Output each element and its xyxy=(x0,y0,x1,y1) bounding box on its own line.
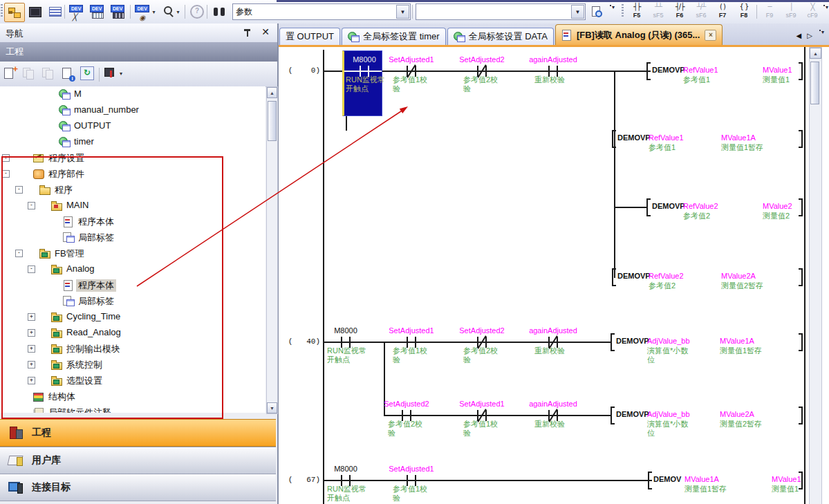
tab-global-label-output[interactable]: 置 OUTPUT xyxy=(279,28,340,45)
ladder-closed-branch-button[interactable]: ┴/┴sF6 xyxy=(691,2,711,21)
copy-icon[interactable] xyxy=(22,66,37,80)
tab-menu-icon[interactable]: ▾ xyxy=(818,29,828,41)
expand-icon[interactable]: + xyxy=(28,313,35,321)
tree-item[interactable]: +控制输出模块 xyxy=(0,341,266,357)
sort-dropdown-icon[interactable] xyxy=(104,66,119,80)
ladder-open-contact-button[interactable]: ┤├F5 xyxy=(626,2,647,21)
tree-item[interactable]: -程序 xyxy=(0,182,266,198)
output-left-bracket[interactable] xyxy=(648,472,652,489)
tab-global-label-timer[interactable]: 全局标签设置 timer xyxy=(342,28,446,45)
tree-item[interactable]: 结构体 xyxy=(0,389,266,404)
expand-icon[interactable]: + xyxy=(28,377,35,384)
output-left-bracket[interactable] xyxy=(611,333,615,351)
ladder-hline-button[interactable]: ─F9 xyxy=(759,2,780,21)
tree-item[interactable]: OUTPUT xyxy=(0,118,266,134)
zoom-dropdown[interactable]: ▾ xyxy=(159,3,183,21)
pin-icon[interactable] xyxy=(243,28,252,38)
output-left-bracket[interactable] xyxy=(612,130,616,148)
contact-againAdjusted[interactable]: againAdjusted xyxy=(522,326,584,335)
close-icon[interactable]: × xyxy=(705,30,716,41)
paste-icon[interactable] xyxy=(41,66,57,80)
tree-item[interactable]: +程序设置 xyxy=(0,150,266,166)
chevron-down-icon[interactable]: ▼ xyxy=(396,5,409,19)
scroll-down-icon[interactable]: ▼ xyxy=(267,402,277,413)
panel-button-connection[interactable]: 连接目标 xyxy=(0,474,276,501)
expand-icon[interactable]: + xyxy=(28,345,35,353)
contact-SetAdjusted2[interactable]: SetAdjusted2 xyxy=(375,400,438,408)
tab-scroll-left-icon[interactable]: ◀ xyxy=(797,32,802,39)
tab-global-label-data[interactable]: 全局标签设置 DATA xyxy=(447,28,554,45)
tree-item[interactable]: timer xyxy=(0,134,266,150)
device-combo[interactable]: ▼ xyxy=(416,3,586,20)
tree-scrollbar-thumb[interactable] xyxy=(268,101,277,141)
ladder-editor[interactable]: ( 0)M8000RUN监视常开触点SetAdjusted1参考值1校验SetA… xyxy=(279,45,829,504)
contact-SetAdjusted1[interactable]: SetAdjusted1 xyxy=(451,400,513,408)
tree-item[interactable]: 程序本体 xyxy=(0,214,266,230)
contact-SetAdjusted1[interactable]: SetAdjusted1 xyxy=(380,465,443,473)
help-button[interactable]: ? xyxy=(187,3,207,21)
device-display-dropdown[interactable]: ▾ xyxy=(133,3,158,21)
scroll-up-icon[interactable]: ▲ xyxy=(810,48,821,59)
contact-SetAdjusted2[interactable]: SetAdjusted2 xyxy=(451,55,513,64)
scroll-up-icon[interactable]: ▲ xyxy=(267,87,277,98)
contact-SetAdjusted2[interactable]: SetAdjusted2 xyxy=(451,326,513,335)
expand-icon[interactable]: + xyxy=(28,361,35,368)
expand-icon[interactable]: + xyxy=(2,154,10,162)
ladder-scrollbar[interactable]: ▲ xyxy=(809,47,822,504)
find-in-document-button[interactable] xyxy=(587,3,606,21)
tree-item[interactable]: +Cycling_Time xyxy=(0,309,266,325)
module-config-button[interactable] xyxy=(26,3,45,21)
project-view-button[interactable] xyxy=(4,3,25,22)
tab-fb-read-analog[interactable]: [FB]读取 Analog (只读) (365... × xyxy=(555,24,723,45)
tree-item[interactable]: +系统控制 xyxy=(0,357,266,373)
contact-M8000[interactable]: M8000 xyxy=(315,465,377,473)
find-button[interactable] xyxy=(209,3,229,21)
tree-item[interactable]: 局部软元件注释 xyxy=(0,404,266,413)
tree-item[interactable]: 程序本体 xyxy=(0,277,266,293)
output-left-bracket[interactable] xyxy=(612,268,616,286)
chevron-down-icon[interactable]: ▼ xyxy=(571,5,584,19)
tree-item[interactable]: manual_number xyxy=(0,102,266,118)
tree-item[interactable]: +选型设置 xyxy=(0,373,266,389)
ladder-delete-line-button[interactable]: ╳cF9 xyxy=(802,2,823,21)
collapse-icon[interactable]: - xyxy=(2,170,10,178)
tree-scrollbar[interactable]: ▲ ▼ xyxy=(266,86,278,414)
ladder-coil-button[interactable]: ( )F7 xyxy=(712,2,733,21)
tab-scroll-right-icon[interactable]: ▷ xyxy=(807,32,812,39)
toolbar-grip[interactable] xyxy=(622,4,624,18)
expand-icon[interactable]: + xyxy=(28,329,35,337)
toolbar-overflow-icon[interactable]: ▾ xyxy=(822,4,829,17)
device-batch-button[interactable] xyxy=(109,3,129,21)
device-memory-button[interactable] xyxy=(68,3,87,21)
search-combo[interactable]: 参数 ▼ xyxy=(232,3,411,20)
tree-item[interactable]: -MAIN xyxy=(0,198,266,214)
contact-againAdjusted[interactable]: againAdjusted xyxy=(522,400,584,408)
collapse-icon[interactable]: - xyxy=(15,250,23,257)
ladder-vline-button[interactable]: │sF9 xyxy=(781,2,801,21)
device-monitor-button[interactable] xyxy=(89,3,108,21)
tree-item[interactable]: M xyxy=(0,86,266,102)
collapse-icon[interactable]: - xyxy=(15,186,23,194)
close-icon[interactable]: ✕ xyxy=(260,26,271,37)
toolbar-overflow-icon[interactable]: ▾ xyxy=(608,4,618,17)
contact-SetAdjusted1[interactable]: SetAdjusted1 xyxy=(380,326,443,335)
collapse-icon[interactable]: - xyxy=(28,265,35,273)
toolbar-grip[interactable] xyxy=(1,4,3,18)
output-left-bracket[interactable] xyxy=(646,62,651,80)
property-icon[interactable] xyxy=(61,66,76,80)
panel-button-user-library[interactable]: 用户库 xyxy=(0,447,276,474)
refresh-icon[interactable]: ↻ xyxy=(80,66,94,80)
contact-againAdjusted[interactable]: againAdjusted xyxy=(522,55,584,64)
contact-SetAdjusted1[interactable]: SetAdjusted1 xyxy=(380,55,443,64)
output-left-bracket[interactable] xyxy=(646,198,651,216)
ladder-scrollbar-thumb[interactable] xyxy=(810,62,819,104)
output-left-bracket[interactable] xyxy=(611,407,615,424)
tree-item[interactable]: -FB管理 xyxy=(0,245,266,261)
panel-button-project[interactable]: 工程 xyxy=(0,419,276,447)
contact-M8000[interactable]: M8000 xyxy=(315,326,377,335)
ladder-instruction-button[interactable]: { }F8 xyxy=(734,2,754,21)
new-item-icon[interactable] xyxy=(3,66,18,80)
tree-item[interactable]: -程序部件 xyxy=(0,166,266,182)
collapse-icon[interactable]: - xyxy=(28,202,35,209)
ladder-closed-contact-button[interactable]: ┤/├F6 xyxy=(669,2,690,21)
